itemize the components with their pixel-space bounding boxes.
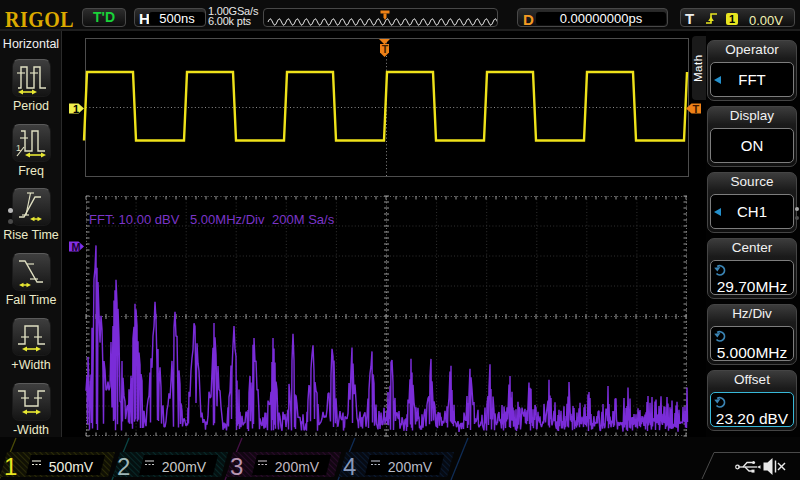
svg-text:FFT: 10.00 dBV: FFT: 10.00 dBV [89, 212, 180, 227]
svg-text:1: 1 [73, 103, 79, 115]
svg-text:200mV: 200mV [162, 459, 207, 475]
svg-text:M: M [72, 241, 81, 253]
svg-text:T: T [382, 43, 389, 55]
svg-text:200mV: 200mV [275, 459, 320, 475]
svg-text:500mV: 500mV [49, 459, 94, 475]
svg-text:T: T [693, 103, 700, 115]
svg-text:3: 3 [230, 453, 243, 480]
svg-text:4: 4 [343, 453, 356, 480]
svg-text:5.00MHz/Div: 5.00MHz/Div [190, 212, 265, 227]
svg-text:200M Sa/s: 200M Sa/s [272, 212, 335, 227]
svg-text:200mV: 200mV [388, 459, 433, 475]
svg-text:2: 2 [117, 453, 130, 480]
svg-text:1: 1 [4, 453, 17, 480]
